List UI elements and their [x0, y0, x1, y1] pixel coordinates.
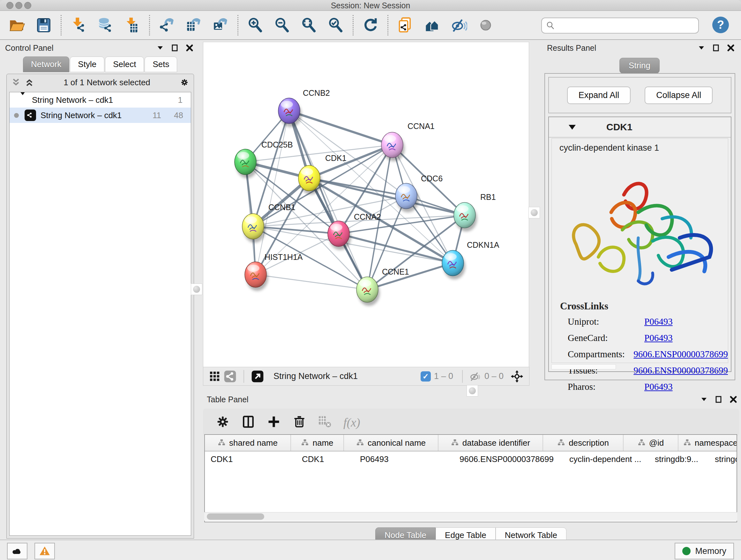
crosslink-link[interactable]: P06493 — [644, 316, 673, 327]
detach-view-button[interactable] — [250, 369, 265, 384]
edge-CCNB2-HIST1H1A[interactable] — [256, 111, 289, 274]
birdseye-toggle-button[interactable] — [509, 369, 525, 384]
help-button[interactable]: ? — [712, 17, 729, 33]
panel-menu-icon[interactable] — [697, 44, 705, 52]
import-network-button[interactable] — [69, 16, 88, 35]
float-panel-icon[interactable] — [715, 395, 723, 403]
zoom-out-button[interactable] — [273, 16, 291, 35]
network-tree-row[interactable]: String Network – cdk11148 — [10, 108, 191, 123]
column-header-database-identifier[interactable]: database identifier — [439, 435, 543, 451]
gear-button[interactable] — [216, 415, 230, 430]
refresh-button[interactable] — [361, 16, 380, 35]
cell[interactable]: stringdb:9... — [649, 451, 709, 467]
edge-CCNB2-CCNE1[interactable] — [289, 111, 367, 290]
tab-network[interactable]: Network — [23, 57, 69, 72]
cell[interactable]: 9606.ENSP00000378699 — [454, 451, 563, 467]
export-image-button[interactable] — [211, 16, 230, 35]
cell[interactable]: stringdb — [709, 451, 737, 467]
float-panel-icon[interactable] — [712, 44, 720, 52]
export-network-button[interactable] — [158, 16, 176, 35]
save-session-button[interactable] — [35, 16, 53, 35]
table-horizontal-scrollbar[interactable] — [204, 512, 737, 521]
node-RB1[interactable] — [454, 202, 477, 232]
network-canvas[interactable]: CCNB2 CCNA1 CDC25B CDK1 CDC6 RB1 CCNB1 — [203, 42, 529, 367]
left-splitter-handle[interactable] — [191, 284, 202, 295]
trash-button[interactable] — [292, 415, 307, 430]
tab-style[interactable]: Style — [70, 57, 105, 72]
node-CDC6[interactable] — [395, 183, 419, 212]
tab-select[interactable]: Select — [105, 57, 144, 72]
column-header-shared-name[interactable]: shared name — [205, 435, 291, 451]
memory-button[interactable]: Memory — [675, 543, 734, 559]
zoom-fit-button[interactable] — [300, 16, 318, 35]
crosslink-link[interactable]: 9606.ENSP00000378699 — [633, 349, 728, 360]
column-header-@id[interactable]: @id — [623, 435, 678, 451]
cloud-status-button[interactable] — [7, 543, 27, 559]
crosslink-link[interactable]: P06493 — [644, 381, 673, 392]
function-builder-button[interactable]: f(x) — [343, 415, 360, 429]
add-button[interactable] — [267, 415, 281, 430]
clone-network-button[interactable] — [396, 16, 414, 35]
edge-HIST1H1A-CCNE1[interactable] — [256, 274, 367, 290]
close-panel-icon[interactable] — [186, 44, 193, 52]
right-splitter-handle[interactable] — [529, 207, 540, 219]
cell[interactable]: CDK1 — [296, 451, 354, 467]
collapse-all-icon[interactable] — [11, 78, 21, 87]
network-view-button[interactable] — [222, 369, 238, 384]
edge-CDKN1A-CCNE1[interactable] — [367, 263, 453, 290]
search-input[interactable] — [555, 21, 698, 30]
crosslink-link[interactable]: 9606.ENSP00000378699 — [633, 365, 728, 376]
expand-all-icon[interactable] — [24, 78, 34, 87]
cdk1-section-header[interactable]: CDK1 — [549, 117, 731, 138]
column-header-name[interactable]: name — [291, 435, 344, 451]
import-table-button[interactable] — [123, 16, 141, 35]
network-tree-row[interactable]: String Network – cdk11 — [10, 92, 191, 108]
edge-CCNB1-CCNA2[interactable] — [253, 226, 339, 234]
collapse-all-button[interactable]: Collapse All — [645, 86, 713, 104]
hide-selected-button[interactable] — [450, 16, 468, 35]
table-delete-icon — [318, 415, 332, 429]
crosslink-row: Pharos: P06493 — [568, 381, 728, 392]
edge-CCNB2-CCNA1[interactable] — [289, 111, 392, 145]
node-CCNA2[interactable] — [328, 221, 351, 250]
node-CCNE1[interactable] — [356, 277, 380, 306]
tab-string[interactable]: String — [619, 58, 660, 73]
show-all-button[interactable] — [476, 16, 495, 35]
cell[interactable]: CDK1 — [205, 451, 296, 467]
crosslink-link[interactable]: P06493 — [644, 333, 673, 343]
collapse-icon[interactable] — [19, 95, 26, 105]
table-row[interactable]: CDK1CDK1P064939606.ENSP00000378699cyclin… — [205, 451, 737, 467]
first-neighbors-button[interactable] — [423, 16, 441, 35]
collapse-section-icon[interactable] — [569, 125, 576, 130]
close-panel-icon[interactable] — [730, 395, 737, 403]
import-database-button[interactable] — [96, 16, 115, 35]
column-header-description[interactable]: description — [543, 435, 623, 451]
search-box[interactable] — [541, 17, 699, 34]
selected-nodes-checkbox[interactable]: ✓ — [421, 371, 431, 381]
expand-all-button[interactable]: Expand All — [567, 86, 631, 104]
panel-menu-icon[interactable] — [156, 44, 164, 52]
close-panel-icon[interactable] — [727, 44, 735, 52]
column-header-canonical-name[interactable]: canonical name — [344, 435, 439, 451]
panel-menu-icon[interactable] — [700, 395, 708, 403]
warnings-button[interactable] — [35, 543, 55, 559]
float-panel-icon[interactable] — [171, 44, 179, 52]
columns-button[interactable] — [241, 415, 255, 430]
tab-sets[interactable]: Sets — [145, 57, 177, 72]
node-CDC25B[interactable] — [234, 149, 258, 178]
grid-view-button[interactable] — [207, 369, 222, 384]
node-CCNB2[interactable] — [278, 98, 301, 127]
zoom-selected-button[interactable] — [327, 16, 345, 35]
zoom-in-button[interactable] — [246, 16, 265, 35]
results-scrollbar[interactable] — [551, 364, 616, 369]
column-header-namespace[interactable]: namespace — [678, 435, 737, 451]
cell[interactable]: cyclin-dependent ... — [563, 451, 649, 467]
export-table-button[interactable] — [185, 16, 203, 35]
cell[interactable]: P06493 — [354, 451, 454, 467]
open-file-button[interactable] — [8, 16, 26, 35]
memory-label: Memory — [695, 546, 726, 556]
node-CDKN1A[interactable] — [442, 250, 465, 279]
scrollbar-thumb[interactable] — [207, 513, 264, 520]
table-delete-button[interactable] — [318, 415, 332, 430]
network-options-gear-icon[interactable] — [180, 78, 189, 87]
